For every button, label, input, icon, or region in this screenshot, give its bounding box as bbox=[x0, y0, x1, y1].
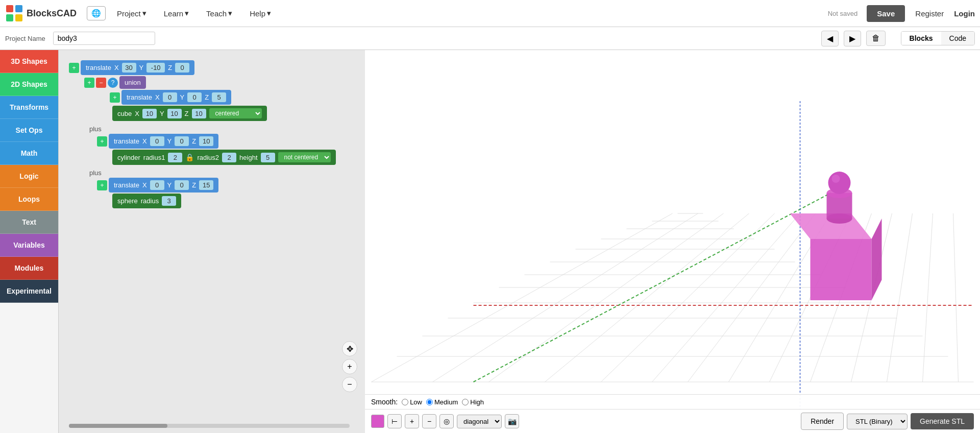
smooth-high-option[interactable]: High bbox=[462, 398, 484, 406]
union-expand[interactable]: + bbox=[84, 78, 94, 88]
svg-rect-1 bbox=[15, 5, 22, 12]
sidebar-item-math[interactable]: Math bbox=[0, 142, 58, 165]
smooth-low-option[interactable]: Low bbox=[402, 398, 422, 406]
cylinder-height: 5 bbox=[261, 153, 275, 162]
project-name-input[interactable] bbox=[53, 32, 155, 45]
translate1-x: 30 bbox=[122, 63, 136, 73]
sidebar-item-text[interactable]: Text bbox=[0, 211, 58, 234]
zoom-in-button[interactable]: + bbox=[342, 359, 357, 374]
sidebar-item-logic[interactable]: Logic bbox=[0, 165, 58, 188]
zoom-out-viewport-button[interactable]: − bbox=[422, 414, 436, 428]
delete-button[interactable]: 🗑 bbox=[866, 31, 886, 46]
translate2-expand[interactable]: + bbox=[110, 92, 120, 103]
scroll-controls: ✥ + − bbox=[342, 341, 357, 392]
undo-button[interactable]: ◀ bbox=[821, 31, 839, 46]
svg-rect-2 bbox=[6, 14, 13, 21]
smooth-medium-radio[interactable] bbox=[426, 399, 433, 405]
globe-button[interactable]: 🌐 bbox=[87, 6, 106, 20]
nav-teach[interactable]: Teach ▾ bbox=[200, 6, 238, 21]
smooth-high-radio[interactable] bbox=[462, 399, 469, 405]
plus2-text: plus bbox=[89, 169, 102, 177]
svg-rect-0 bbox=[6, 5, 13, 12]
plus1-label: plus bbox=[84, 125, 355, 133]
cube-centered-dropdown[interactable]: centered not centered bbox=[209, 108, 262, 118]
union-help[interactable]: ? bbox=[108, 78, 118, 88]
view-code-button[interactable]: Code bbox=[941, 32, 974, 45]
viewport-controls: Smooth: Low Medium High ⊢ + − ◎ bbox=[365, 394, 980, 433]
login-button[interactable]: Login bbox=[954, 9, 975, 18]
svg-rect-4 bbox=[372, 50, 974, 433]
translate2-z: 5 bbox=[212, 92, 226, 102]
translate4-x: 0 bbox=[150, 180, 164, 190]
sphere: sphere radius 3 bbox=[112, 194, 181, 208]
zoom-out-button[interactable]: − bbox=[342, 377, 357, 392]
translate4-block: + translate X 0 Y 0 Z 15 bbox=[97, 178, 355, 193]
3d-canvas[interactable] bbox=[365, 50, 980, 433]
translate2-y: 0 bbox=[187, 92, 202, 102]
nav-project[interactable]: Project ▾ bbox=[111, 6, 153, 21]
translate3-expand[interactable]: + bbox=[97, 136, 107, 147]
app-logo: BlocksCAD bbox=[5, 4, 77, 22]
cylinder-centered-dropdown[interactable]: not centered centered bbox=[278, 152, 331, 162]
cube: cube X 10 Y 10 Z 10 centered not centere… bbox=[112, 106, 267, 121]
project-name-label: Project Name bbox=[5, 35, 45, 42]
union: union bbox=[119, 76, 146, 89]
translate1: translate X 30 Y -10 Z 0 bbox=[81, 60, 194, 75]
save-button[interactable]: Save bbox=[867, 5, 905, 22]
smooth-medium-option[interactable]: Medium bbox=[426, 398, 458, 406]
chevron-down-icon: ▾ bbox=[142, 9, 146, 18]
sidebar-item-loops[interactable]: Loops bbox=[0, 188, 58, 211]
lock-icon: 🔒 bbox=[185, 153, 194, 161]
svg-rect-3 bbox=[15, 14, 22, 21]
camera-button[interactable]: 📷 bbox=[505, 414, 519, 428]
view-mode-select[interactable]: diagonal top front side bbox=[457, 415, 502, 428]
pan-button[interactable]: ✥ bbox=[342, 341, 357, 356]
smooth-low-radio[interactable] bbox=[402, 399, 408, 405]
cylinder-radius1: 2 bbox=[168, 153, 182, 162]
sidebar-item-modules[interactable]: Modules bbox=[0, 257, 58, 280]
smooth-row: Smooth: Low Medium High bbox=[365, 394, 980, 409]
smooth-label: Smooth: bbox=[371, 398, 398, 406]
sidebar-item-3d-shapes[interactable]: 3D Shapes bbox=[0, 50, 58, 73]
nav-help[interactable]: Help ▾ bbox=[243, 6, 277, 21]
view-blocks-button[interactable]: Blocks bbox=[901, 32, 941, 45]
horizontal-scrollbar[interactable] bbox=[69, 424, 350, 428]
sphere-radius: 3 bbox=[162, 196, 176, 206]
sidebar-item-transforms[interactable]: Transforms bbox=[0, 96, 58, 119]
register-button[interactable]: Register bbox=[915, 9, 944, 18]
union-collapse[interactable]: − bbox=[96, 78, 106, 88]
translate4-z: 15 bbox=[199, 180, 213, 190]
sidebar: 3D Shapes 2D Shapes Transforms Set Ops M… bbox=[0, 50, 59, 433]
icon-toolbar: ⊢ + − ◎ diagonal top front side 📷 Render… bbox=[365, 409, 980, 433]
cylinder-radius2: 2 bbox=[222, 153, 236, 162]
viewport: Smooth: Low Medium High ⊢ + − ◎ bbox=[365, 50, 980, 433]
generate-stl-button[interactable]: Generate STL bbox=[911, 413, 974, 429]
translate1-y: -10 bbox=[146, 63, 165, 73]
translate3-z: 10 bbox=[199, 136, 213, 146]
translate1-expand[interactable]: + bbox=[69, 63, 79, 73]
zoom-in-viewport-button[interactable]: + bbox=[405, 414, 419, 428]
color-swatch[interactable] bbox=[371, 415, 384, 428]
sidebar-item-2d-shapes[interactable]: 2D Shapes bbox=[0, 73, 58, 96]
svg-point-41 bbox=[828, 172, 851, 194]
svg-marker-35 bbox=[811, 239, 872, 300]
sphere-block: sphere radius 3 bbox=[112, 194, 355, 208]
cylinder: cylinder radius1 2 🔒 radius2 2 height 5 … bbox=[112, 150, 336, 165]
project-bar: Project Name ◀ ▶ 🗑 Blocks Code bbox=[0, 27, 980, 50]
render-button[interactable]: Render bbox=[801, 413, 844, 430]
translate4-expand[interactable]: + bbox=[97, 180, 107, 190]
redo-button[interactable]: ▶ bbox=[844, 31, 861, 46]
axis-icon-button[interactable]: ⊢ bbox=[387, 414, 402, 428]
translate3: translate X 0 Y 0 Z 10 bbox=[109, 134, 218, 149]
center-viewport-button[interactable]: ◎ bbox=[439, 414, 454, 428]
chevron-down-icon: ▾ bbox=[185, 9, 189, 18]
translate1-z: 0 bbox=[175, 63, 189, 73]
sidebar-item-experimental[interactable]: Experimental bbox=[0, 280, 58, 303]
cube-y: 10 bbox=[167, 109, 182, 118]
translate2-x: 0 bbox=[163, 92, 177, 102]
sidebar-item-variables[interactable]: Variables bbox=[0, 234, 58, 257]
nav-learn[interactable]: Learn ▾ bbox=[158, 6, 195, 21]
translate2-block: + translate X 0 Y 0 Z 5 bbox=[100, 90, 355, 105]
sidebar-item-set-ops[interactable]: Set Ops bbox=[0, 119, 58, 142]
render-format-select[interactable]: STL (Binary) STL (ASCII) bbox=[847, 414, 908, 429]
